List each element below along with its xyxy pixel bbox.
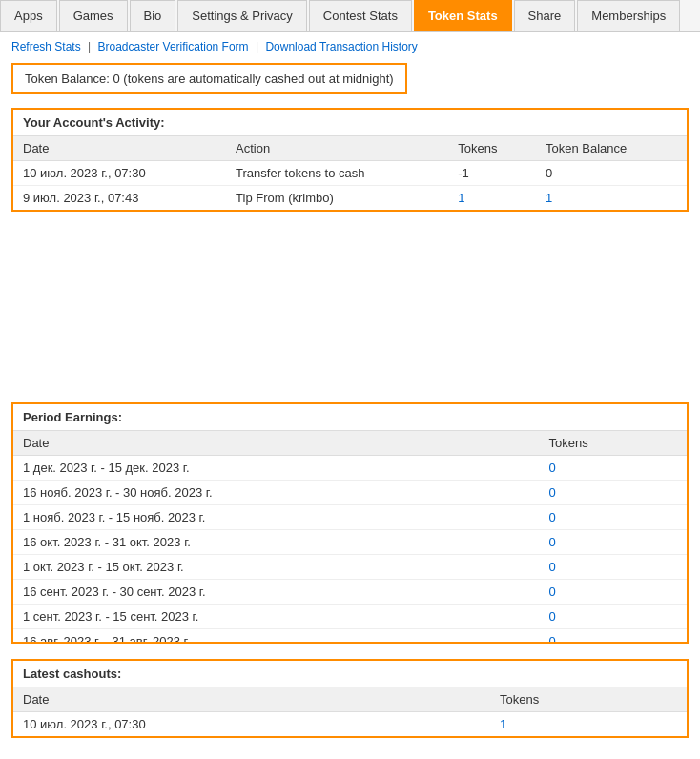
row-date: 10 июл. 2023 г., 07:30 — [13, 161, 226, 186]
period-earnings-section: Period Earnings: Date Tokens 1 дек. 2023… — [11, 402, 689, 644]
cashout-tokens: 1 — [490, 712, 687, 737]
period-tokens: 0 — [540, 505, 687, 530]
account-activity-header-row: Date Action Tokens Token Balance — [13, 136, 687, 161]
broadcaster-verification-link[interactable]: Broadcaster Verification Form — [98, 40, 249, 53]
account-activity-title: Your Account's Activity: — [13, 110, 687, 135]
period-col-date: Date — [13, 431, 540, 456]
row-balance: 0 — [536, 161, 687, 186]
period-tokens: 0 — [540, 629, 687, 643]
period-table-wrapper[interactable]: Date Tokens 1 дек. 2023 г. - 15 дек. 202… — [13, 430, 687, 642]
period-header-row: Date Tokens — [13, 431, 687, 456]
balance-value: 0 — [546, 166, 552, 180]
period-date: 16 сент. 2023 г. - 30 сент. 2023 г. — [13, 580, 540, 605]
period-tokens: 0 — [540, 580, 687, 605]
period-earnings-table: Date Tokens 1 дек. 2023 г. - 15 дек. 202… — [13, 430, 687, 642]
period-date: 1 окт. 2023 г. - 15 окт. 2023 г. — [13, 555, 540, 580]
cashouts-col-tokens: Tokens — [490, 687, 687, 712]
links-row: Refresh Stats | Broadcaster Verification… — [11, 40, 689, 53]
period-row: 16 нояб. 2023 г. - 30 нояб. 2023 г. 0 — [13, 481, 687, 505]
period-date: 16 нояб. 2023 г. - 30 нояб. 2023 г. — [13, 481, 540, 505]
col-token-balance: Token Balance — [536, 136, 687, 161]
period-earnings-title: Period Earnings: — [13, 404, 687, 430]
period-row: 16 окт. 2023 г. - 31 окт. 2023 г. 0 — [13, 530, 687, 555]
balance-link[interactable]: 1 — [546, 191, 552, 205]
period-tokens: 0 — [540, 530, 687, 555]
row-action: Transfer tokens to cash — [226, 161, 448, 186]
latest-cashouts-title: Latest cashouts: — [13, 661, 687, 687]
tab-token-stats[interactable]: Token Stats — [414, 0, 512, 31]
period-date: 16 авг. 2023 г. - 31 авг. 2023 г. — [13, 629, 540, 643]
cashout-row: 10 июл. 2023 г., 07:30 1 — [13, 712, 687, 737]
token-balance-box: Token Balance: 0 (tokens are automatical… — [11, 63, 407, 94]
period-tokens: 0 — [540, 555, 687, 580]
account-activity-table: Date Action Tokens Token Balance 10 июл.… — [13, 135, 687, 210]
cashout-date: 10 июл. 2023 г., 07:30 — [13, 712, 490, 737]
row-tokens: 1 — [448, 186, 536, 211]
refresh-stats-link[interactable]: Refresh Stats — [11, 40, 81, 53]
row-tokens: -1 — [448, 161, 536, 186]
row-date: 9 июл. 2023 г., 07:43 — [13, 186, 226, 211]
period-tokens: 0 — [540, 481, 687, 505]
tab-contest-stats[interactable]: Contest Stats — [309, 0, 412, 31]
cashouts-col-date: Date — [13, 687, 490, 712]
period-tokens: 0 — [540, 605, 687, 629]
period-col-tokens: Tokens — [540, 431, 687, 456]
tab-apps[interactable]: Apps — [0, 0, 57, 31]
period-row: 1 нояб. 2023 г. - 15 нояб. 2023 г. 0 — [13, 505, 687, 530]
period-row: 1 окт. 2023 г. - 15 окт. 2023 г. 0 — [13, 555, 687, 580]
tab-settings-privacy[interactable]: Settings & Privacy — [177, 0, 307, 31]
period-date: 1 нояб. 2023 г. - 15 нояб. 2023 г. — [13, 505, 540, 530]
period-row: 1 сент. 2023 г. - 15 сент. 2023 г. 0 — [13, 605, 687, 629]
period-tokens: 0 — [540, 456, 687, 481]
tab-bar: Apps Games Bio Settings & Privacy Contes… — [0, 0, 700, 32]
spacer — [11, 231, 689, 402]
col-date: Date — [13, 136, 226, 161]
activity-row: 10 июл. 2023 г., 07:30 Transfer tokens t… — [13, 161, 687, 186]
tab-bio[interactable]: Bio — [130, 0, 176, 31]
account-activity-section: Your Account's Activity: Date Action Tok… — [11, 108, 689, 212]
tab-share[interactable]: Share — [514, 0, 576, 31]
col-action: Action — [226, 136, 448, 161]
tab-games[interactable]: Games — [59, 0, 128, 31]
latest-cashouts-section: Latest cashouts: Date Tokens 10 июл. 202… — [11, 659, 689, 738]
period-date: 16 окт. 2023 г. - 31 окт. 2023 г. — [13, 530, 540, 555]
period-row: 16 сент. 2023 г. - 30 сент. 2023 г. 0 — [13, 580, 687, 605]
main-content: Refresh Stats | Broadcaster Verification… — [0, 32, 700, 746]
activity-row: 9 июл. 2023 г., 07:43 Tip From (krimbo) … — [13, 186, 687, 211]
row-action: Tip From (krimbo) — [226, 186, 448, 211]
latest-cashouts-table: Date Tokens 10 июл. 2023 г., 07:30 1 — [13, 687, 687, 736]
period-date: 1 дек. 2023 г. - 15 дек. 2023 г. — [13, 456, 540, 481]
row-balance: 1 — [536, 186, 687, 211]
col-tokens: Tokens — [448, 136, 536, 161]
sep-1: | — [88, 40, 91, 53]
period-row: 16 авг. 2023 г. - 31 авг. 2023 г. 0 — [13, 629, 687, 643]
tab-memberships[interactable]: Memberships — [577, 0, 680, 31]
period-row: 1 дек. 2023 г. - 15 дек. 2023 г. 0 — [13, 456, 687, 481]
download-history-link[interactable]: Download Transaction History — [265, 40, 417, 53]
sep-2: | — [256, 40, 258, 53]
period-date: 1 сент. 2023 г. - 15 сент. 2023 г. — [13, 605, 540, 629]
cashouts-header-row: Date Tokens — [13, 687, 687, 712]
token-balance-text: Token Balance: 0 (tokens are automatical… — [25, 72, 394, 86]
